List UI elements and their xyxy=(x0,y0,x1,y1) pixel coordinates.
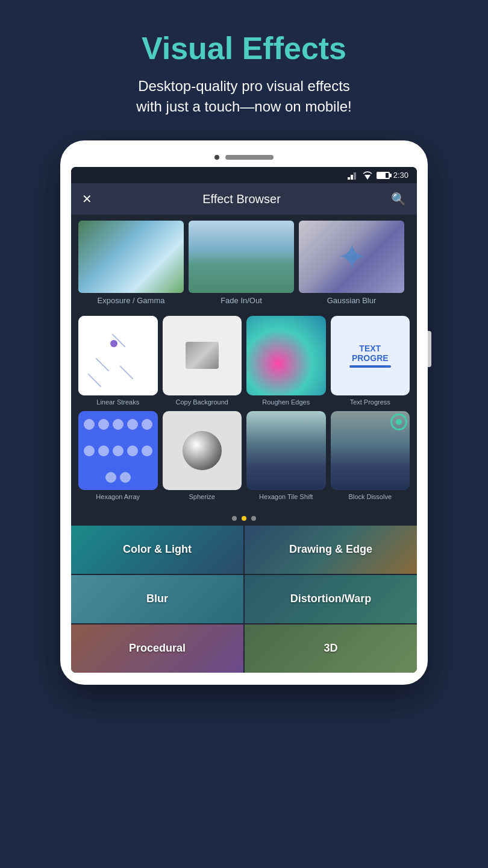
effect-label-hexagon-array: Hexagon Array xyxy=(78,492,158,501)
preview-thumb-gaussian: ✦ xyxy=(299,221,404,293)
preview-row: Exposure / Gamma Fade In/Out ✦ Gaussian … xyxy=(71,215,417,311)
hex-dot xyxy=(127,419,138,430)
category-label-color-light: Color & Light xyxy=(123,543,192,556)
effect-thumb-hex-tile xyxy=(246,411,326,491)
effect-thumb-block-dissolve xyxy=(331,411,410,491)
streak-line-3 xyxy=(120,366,134,380)
category-label-procedural: Procedural xyxy=(129,642,186,655)
hex-array-inner xyxy=(78,411,158,491)
wifi-icon xyxy=(362,171,373,180)
hex-dot xyxy=(142,445,152,456)
battery-fill xyxy=(378,173,386,178)
category-item-drawing[interactable]: Drawing & Edge xyxy=(245,526,417,574)
effect-thumb-text-progress: TEXTPROGRE xyxy=(331,316,410,395)
effect-item-hexagon-array[interactable]: Hexagon Array xyxy=(78,411,158,502)
preview-thumb-fade xyxy=(189,221,294,293)
preview-thumb-exposure xyxy=(78,221,184,293)
device-frame: 2:30 ✕ Effect Browser 🔍 Exposure / Gamma… xyxy=(60,140,428,685)
search-button[interactable]: 🔍 xyxy=(391,192,406,206)
effect-row-2: Hexagon Array Spherize Hexagon Tile Shif… xyxy=(78,411,410,502)
effect-label-linear-streaks: Linear Streaks xyxy=(78,398,158,406)
hex-dot xyxy=(98,445,109,456)
app-bar-title: Effect Browser xyxy=(202,192,281,206)
tp-text: TEXTPROGRE xyxy=(352,344,389,363)
effect-label-spherize: Spherize xyxy=(163,492,242,501)
hex-dot xyxy=(84,445,95,456)
hex-dot xyxy=(113,419,124,430)
header-section: Visual Effects Desktop-quality pro visua… xyxy=(0,0,488,134)
device-top xyxy=(71,153,417,162)
category-item-procedural[interactable]: Procedural xyxy=(71,624,243,673)
page-dot-2[interactable] xyxy=(242,516,246,521)
category-grid: Color & Light Drawing & Edge Blur Distor… xyxy=(71,526,417,673)
svg-marker-0 xyxy=(348,177,350,180)
page-subtitle: Desktop-quality pro visual effectswith j… xyxy=(48,76,440,116)
preview-label-gaussian: Gaussian Blur xyxy=(299,296,404,305)
category-item-blur[interactable]: Blur xyxy=(71,575,243,623)
effect-thumb-roughen xyxy=(246,316,326,395)
signal-icon xyxy=(348,171,358,180)
category-item-3d[interactable]: 3D xyxy=(245,624,417,673)
dissolve-overlay xyxy=(390,414,407,430)
page-dot-3[interactable] xyxy=(251,516,256,521)
front-camera xyxy=(214,155,219,160)
status-bar: 2:30 xyxy=(71,167,417,183)
linear-streaks-inner xyxy=(78,316,158,395)
effect-label-roughen: Roughen Edges xyxy=(246,398,326,406)
effect-item-hex-tile[interactable]: Hexagon Tile Shift xyxy=(246,411,326,502)
hex-dot xyxy=(113,445,124,456)
category-label-distortion: Distortion/Warp xyxy=(290,593,371,605)
hex-dot xyxy=(127,445,138,456)
effect-thumb-copy-bg xyxy=(163,316,242,395)
tp-bar xyxy=(349,365,391,368)
svg-marker-2 xyxy=(354,172,356,180)
effect-thumb-spherize xyxy=(163,411,242,491)
hex-tile-inner xyxy=(246,411,326,491)
effect-item-block-dissolve[interactable]: Block Dissolve xyxy=(331,411,410,502)
effect-label-text-progress: Text Progress xyxy=(331,398,410,406)
effect-thumb-hexagon-array xyxy=(78,411,158,491)
hex-dot xyxy=(105,472,116,483)
hex-dot xyxy=(98,419,109,430)
effect-label-hex-tile: Hexagon Tile Shift xyxy=(246,492,326,501)
hex-dot xyxy=(84,419,95,430)
page-title: Visual Effects xyxy=(48,30,440,66)
sphere xyxy=(183,431,222,470)
roughen-inner xyxy=(246,316,326,395)
streak-line-2 xyxy=(96,358,110,372)
category-item-color-light[interactable]: Color & Light xyxy=(71,526,243,574)
hex-dot xyxy=(120,472,131,483)
effect-label-block-dissolve: Block Dissolve xyxy=(331,492,410,501)
svg-marker-3 xyxy=(364,175,371,180)
block-dissolve-inner xyxy=(331,411,410,491)
effect-item-text-progress[interactable]: TEXTPROGRE Text Progress xyxy=(331,316,410,406)
close-button[interactable]: ✕ xyxy=(82,192,92,206)
page-dot-1[interactable] xyxy=(232,516,237,521)
sphere-inner xyxy=(163,411,242,491)
preview-label-exposure: Exposure / Gamma xyxy=(78,296,184,305)
status-time: 2:30 xyxy=(393,171,408,180)
copy-bg-card xyxy=(186,342,219,369)
category-label-drawing: Drawing & Edge xyxy=(289,543,372,556)
effect-item-linear-streaks[interactable]: Linear Streaks xyxy=(78,316,158,406)
svg-marker-1 xyxy=(351,175,353,180)
side-button xyxy=(428,331,431,367)
category-label-blur: Blur xyxy=(146,593,168,605)
effect-label-copy-bg: Copy Background xyxy=(163,398,242,406)
effect-item-copy-bg[interactable]: Copy Background xyxy=(163,316,242,406)
effect-item-spherize[interactable]: Spherize xyxy=(163,411,242,502)
effect-item-roughen[interactable]: Roughen Edges xyxy=(246,316,326,406)
category-label-3d: 3D xyxy=(324,642,337,655)
effect-grid: Linear Streaks Copy Background Roughen E… xyxy=(71,311,417,511)
preview-item-exposure[interactable]: Exposure / Gamma xyxy=(78,221,184,305)
preview-item-fade[interactable]: Fade In/Out xyxy=(189,221,294,305)
copy-bg-inner xyxy=(163,316,242,395)
speaker xyxy=(225,155,274,160)
streak-dot-1 xyxy=(110,340,117,347)
streak-line-4 xyxy=(88,374,102,388)
pagination xyxy=(71,511,417,526)
category-item-distortion[interactable]: Distortion/Warp xyxy=(245,575,417,623)
preview-item-gaussian[interactable]: ✦ Gaussian Blur xyxy=(299,221,404,305)
effect-thumb-linear-streaks xyxy=(78,316,158,395)
screen: 2:30 ✕ Effect Browser 🔍 Exposure / Gamma… xyxy=(71,167,417,673)
